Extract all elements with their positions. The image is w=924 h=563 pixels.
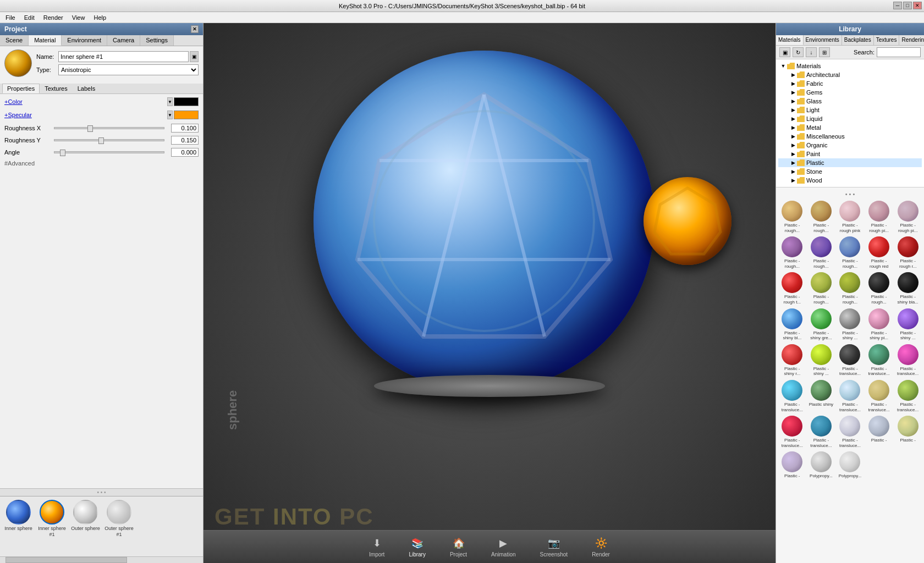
menu-edit[interactable]: Edit xyxy=(21,13,38,22)
lib-tab-materials[interactable]: Materials xyxy=(776,35,804,45)
menu-help[interactable]: Help xyxy=(90,13,109,22)
mat-cell-20[interactable]: Plastic - shiny r... xyxy=(778,343,806,378)
mat-cell-6[interactable]: Plastic - rough... xyxy=(807,235,835,270)
specular-label[interactable]: +Specular xyxy=(4,112,54,118)
specular-arrow-btn[interactable]: ▼ xyxy=(167,111,173,119)
tree-expand-plastic[interactable]: ▶ xyxy=(789,159,797,167)
project-close-button[interactable]: ✕ xyxy=(191,25,199,33)
tree-expand-wood[interactable]: ▶ xyxy=(789,176,797,184)
tree-expand-glass[interactable]: ▶ xyxy=(789,97,797,105)
lib-tab-renderings[interactable]: Renderings xyxy=(899,35,924,45)
tree-expand-metal[interactable]: ▶ xyxy=(789,124,797,131)
toolbar-library[interactable]: 📚 Library xyxy=(402,534,432,560)
menu-view[interactable]: View xyxy=(69,13,89,22)
tab-settings[interactable]: Settings xyxy=(140,35,174,46)
tree-expand-light[interactable]: ▶ xyxy=(789,106,797,114)
lib-tab-textures[interactable]: Textures xyxy=(874,35,900,45)
mat-cell-30[interactable]: Plastic - transluce... xyxy=(778,415,806,449)
swatch-inner-sphere[interactable]: Inner sphere xyxy=(3,500,34,532)
mat-cell-7[interactable]: Plastic - rough... xyxy=(836,235,864,270)
tree-item-wood[interactable]: ▶ Wood xyxy=(778,176,922,185)
tree-expand-misc[interactable]: ▶ xyxy=(789,133,797,140)
tree-expand-stone[interactable]: ▶ xyxy=(789,168,797,175)
menu-file[interactable]: File xyxy=(2,13,19,22)
mat-cell-29[interactable]: Plastic - transluce... xyxy=(894,379,922,413)
advanced-label[interactable]: #Advanced xyxy=(4,160,35,167)
tree-expand-organic[interactable]: ▶ xyxy=(789,141,797,149)
color-arrow-btn[interactable]: ▼ xyxy=(167,97,173,106)
mat-cell-33[interactable]: Plastic - xyxy=(865,415,893,449)
mat-cell-25[interactable]: Plastic - transluce... xyxy=(778,379,806,413)
mat-cell-22[interactable]: Plastic - transluce... xyxy=(836,343,864,378)
tree-materials-root[interactable]: ▼ Materials xyxy=(778,62,922,70)
lib-btn-3[interactable]: ↓ xyxy=(806,47,817,57)
mat-cell-10[interactable]: Plastic - rough t... xyxy=(778,271,806,306)
tree-item-plastic[interactable]: ▶ Plastic xyxy=(778,158,922,167)
angle-value[interactable] xyxy=(171,148,199,157)
mat-cell-0[interactable]: Plastic - rough... xyxy=(778,200,806,234)
tree-item-glass[interactable]: ▶ Glass xyxy=(778,97,922,106)
roughness-y-value[interactable] xyxy=(171,136,199,145)
mat-cell-23[interactable]: Plastic - transluce... xyxy=(865,343,893,378)
mat-cell-16[interactable]: Plastic - shiny gre... xyxy=(807,307,835,342)
mat-cell-8[interactable]: Plastic - rough red xyxy=(865,235,893,270)
angle-thumb[interactable] xyxy=(60,150,65,156)
mat-cell-12[interactable]: Plastic - rough... xyxy=(836,271,864,306)
tree-item-liquid[interactable]: ▶ Liquid xyxy=(778,114,922,123)
tab-labels[interactable]: Labels xyxy=(73,84,100,93)
toolbar-project[interactable]: 🏠 Project xyxy=(443,534,474,560)
mat-cell-31[interactable]: Plastic - transluce... xyxy=(807,415,835,449)
mat-cell-26[interactable]: Plastic shiny xyxy=(807,379,835,413)
mat-cell-15[interactable]: Plastic - shiny bl... xyxy=(778,307,806,342)
mat-cell-32[interactable]: Plastic - transluce... xyxy=(836,415,864,449)
tree-expand-liquid[interactable]: ▶ xyxy=(789,115,797,123)
specular-swatch[interactable] xyxy=(174,111,199,119)
tree-item-organic[interactable]: ▶ Organic xyxy=(778,141,922,150)
name-extra-btn[interactable]: ▣ xyxy=(190,51,199,62)
lib-btn-1[interactable]: ▣ xyxy=(779,47,790,57)
maximize-button[interactable]: □ xyxy=(903,2,912,9)
mat-cell-18[interactable]: Plastic - shiny pi... xyxy=(865,307,893,342)
toolbar-render[interactable]: 🔆 Render xyxy=(585,534,617,560)
mat-cell-13[interactable]: Plastic - rough... xyxy=(865,271,893,306)
swatch-outer-sphere[interactable]: Outer sphere xyxy=(70,500,101,532)
tree-item-metal[interactable]: ▶ Metal xyxy=(778,123,922,132)
close-window-button[interactable]: ✕ xyxy=(913,2,922,9)
tree-expand-gems[interactable]: ▶ xyxy=(789,89,797,96)
mat-cell-14[interactable]: Plastic - shiny bla... xyxy=(894,271,922,306)
mat-cell-1[interactable]: Plastic - rough... xyxy=(807,200,835,234)
tree-item-light[interactable]: ▶ Light xyxy=(778,106,922,114)
roughness-x-thumb[interactable] xyxy=(87,125,93,132)
tab-properties[interactable]: Properties xyxy=(2,84,40,93)
mat-cell-35[interactable]: Plastic - xyxy=(778,450,806,480)
minimize-button[interactable]: ─ xyxy=(893,2,902,9)
mat-cell-11[interactable]: Plastic - rough... xyxy=(807,271,835,306)
tree-item-miscellaneous[interactable]: ▶ Miscellaneous xyxy=(778,132,922,141)
mat-cell-28[interactable]: Plastic - transluce... xyxy=(865,379,893,413)
roughness-y-track[interactable] xyxy=(54,139,164,141)
roughness-x-track[interactable] xyxy=(54,127,164,129)
panel-scrollbar[interactable] xyxy=(0,556,203,563)
tree-item-paint[interactable]: ▶ Paint xyxy=(778,150,922,158)
tree-expand-paint[interactable]: ▶ xyxy=(789,150,797,158)
search-input[interactable] xyxy=(877,47,921,57)
material-type-select[interactable]: Anisotropic xyxy=(58,64,199,75)
tab-environment[interactable]: Environment xyxy=(62,35,107,46)
viewport[interactable]: sphere GET INTO PC Download Free Your De… xyxy=(204,23,776,563)
mat-cell-36[interactable]: Polypropy... xyxy=(807,450,835,480)
tree-expand-architectural[interactable]: ▶ xyxy=(789,71,797,79)
mat-cell-27[interactable]: Plastic - transluce... xyxy=(836,379,864,413)
tab-textures[interactable]: Textures xyxy=(40,84,73,93)
material-name-input[interactable] xyxy=(58,51,189,62)
menu-render[interactable]: Render xyxy=(40,13,67,22)
mat-cell-9[interactable]: Plastic - rough r... xyxy=(894,235,922,270)
mat-cell-21[interactable]: Plastic - shiny ... xyxy=(807,343,835,378)
mat-cell-3[interactable]: Plastic - rough pi... xyxy=(865,200,893,234)
roughness-y-thumb[interactable] xyxy=(98,137,104,144)
mat-cell-37[interactable]: Polypropy... xyxy=(836,450,864,480)
roughness-x-value[interactable] xyxy=(171,124,199,133)
mat-cell-5[interactable]: Plastic - rough... xyxy=(778,235,806,270)
drag-handle[interactable]: • • • xyxy=(0,488,203,496)
mat-cell-24[interactable]: Plastic - transluce... xyxy=(894,343,922,378)
swatch-outer-sphere-1[interactable]: Outer sphere #1 xyxy=(104,500,134,538)
